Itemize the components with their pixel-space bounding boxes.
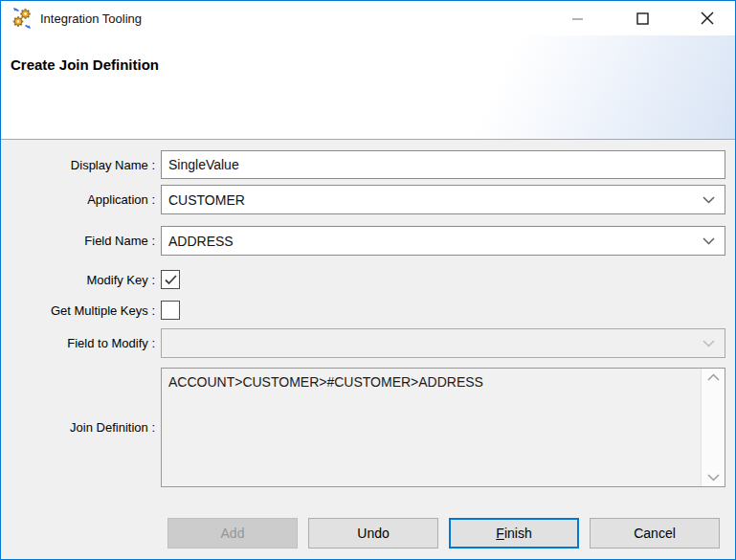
display-name-row: Display Name : — [1, 150, 735, 179]
scroll-up-icon[interactable] — [707, 373, 720, 381]
join-definition-row: Join Definition : ACCOUNT>CUSTOMER>#CUST… — [1, 368, 735, 487]
close-icon — [701, 11, 714, 25]
checkmark-icon — [165, 275, 177, 285]
display-name-input[interactable] — [161, 150, 725, 179]
field-name-label: Field Name : — [1, 234, 155, 248]
chevron-down-icon — [703, 196, 715, 204]
get-multiple-keys-label: Get Multiple Keys : — [1, 303, 155, 318]
field-name-row: Field Name : ADDRESS — [1, 226, 735, 256]
field-to-modify-label: Field to Modify : — [1, 336, 155, 350]
dialog-content: Display Name : Application : CUSTOMER Fi… — [1, 140, 735, 560]
close-button[interactable] — [685, 2, 729, 34]
join-definition-value: ACCOUNT>CUSTOMER>#CUSTOMER>ADDRESS — [168, 374, 696, 390]
get-multiple-keys-row: Get Multiple Keys : — [1, 301, 735, 320]
wizard-banner: Create Join Definition — [1, 35, 735, 139]
modify-key-row: Modify Key : — [1, 270, 735, 289]
maximize-icon — [636, 12, 649, 25]
application-row: Application : CUSTOMER — [1, 185, 735, 214]
finish-button-label-rest: inish — [504, 526, 532, 541]
get-multiple-keys-checkbox[interactable] — [161, 301, 180, 320]
page-title: Create Join Definition — [11, 56, 159, 73]
display-name-label: Display Name : — [1, 158, 155, 172]
join-definition-label: Join Definition : — [1, 420, 155, 435]
dialog-window: Integration Tooling Create Join Definiti… — [0, 0, 736, 560]
maximize-button[interactable] — [620, 2, 664, 34]
join-definition-textarea[interactable]: ACCOUNT>CUSTOMER>#CUSTOMER>ADDRESS — [161, 368, 725, 487]
field-name-dropdown[interactable]: ADDRESS — [161, 226, 725, 256]
integration-tooling-gears-icon — [11, 7, 33, 30]
chevron-down-icon — [703, 237, 715, 245]
window-title: Integration Tooling — [40, 11, 142, 26]
application-label: Application : — [1, 192, 155, 207]
scroll-down-icon[interactable] — [707, 474, 720, 482]
dialog-button-bar: Add Undo Finish Cancel — [167, 518, 720, 549]
modify-key-label: Modify Key : — [1, 273, 155, 287]
modify-key-checkbox[interactable] — [161, 270, 180, 289]
minimize-button[interactable] — [555, 2, 599, 34]
finish-button[interactable]: Finish — [449, 518, 579, 549]
add-button: Add — [167, 518, 298, 549]
field-to-modify-row: Field to Modify : — [1, 328, 735, 358]
application-value: CUSTOMER — [168, 192, 245, 208]
field-to-modify-dropdown — [161, 328, 725, 358]
minimize-icon — [571, 12, 584, 25]
undo-button[interactable]: Undo — [308, 518, 438, 549]
field-name-value: ADDRESS — [168, 234, 234, 249]
cancel-button[interactable]: Cancel — [590, 518, 720, 549]
finish-button-accelerator: F — [496, 526, 504, 541]
application-dropdown[interactable]: CUSTOMER — [161, 185, 725, 214]
vertical-scrollbar[interactable] — [701, 369, 725, 486]
title-bar: Integration Tooling — [1, 1, 735, 35]
chevron-down-icon — [703, 340, 715, 347]
